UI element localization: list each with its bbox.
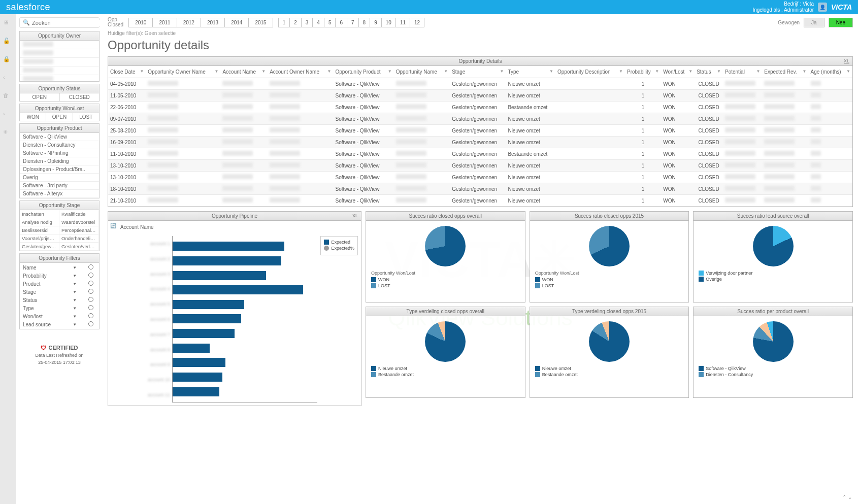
product-item[interactable]: Overig — [20, 174, 99, 182]
column-header[interactable]: Won/Lost ▼ — [661, 66, 695, 78]
month-btn[interactable]: 10 — [382, 18, 396, 27]
stage-cell[interactable]: Analyse nodig — [20, 218, 59, 226]
column-header[interactable]: Stage ▼ — [450, 66, 506, 78]
status-cell[interactable]: OPEN — [20, 93, 60, 101]
forward-icon[interactable]: › — [3, 111, 13, 121]
xl-export[interactable]: XL — [844, 58, 849, 63]
month-btn[interactable]: 7 — [347, 18, 359, 27]
bar[interactable] — [173, 285, 303, 294]
back-icon[interactable]: ‹ — [3, 74, 13, 84]
filter-radio[interactable] — [88, 321, 93, 326]
month-btn[interactable]: 6 — [336, 18, 347, 27]
stage-cell[interactable]: Beslissersid — [20, 226, 59, 234]
month-btn[interactable]: 2 — [290, 18, 302, 27]
list-item[interactable] — [20, 75, 99, 81]
stage-cell[interactable]: Inschatten — [20, 210, 59, 218]
column-header[interactable]: Age (months) ▼ — [809, 66, 852, 78]
table-row[interactable]: 11-05-2010Software - QlikViewGesloten/ge… — [108, 90, 852, 102]
column-header[interactable]: Probability ▼ — [625, 66, 661, 78]
filter-radio[interactable] — [88, 273, 93, 278]
table-row[interactable]: 04-05-2010Software - QlikViewGesloten/ge… — [108, 78, 852, 90]
month-btn[interactable]: 12 — [410, 18, 424, 27]
month-btn[interactable]: 9 — [370, 18, 382, 27]
table-row[interactable]: 11-10-2010Software - QlikViewGesloten/ge… — [108, 148, 852, 160]
product-item[interactable]: Diensten - Opleiding — [20, 157, 99, 165]
year-btn[interactable]: 2013 — [201, 18, 225, 27]
cycle-icon[interactable]: 🔄 — [110, 223, 118, 231]
list-item[interactable] — [20, 58, 99, 66]
table-row[interactable]: 13-10-2010Software - QlikViewGesloten/ge… — [108, 172, 852, 183]
year-btn[interactable]: 2011 — [153, 18, 177, 27]
bar[interactable] — [173, 314, 241, 323]
search-box[interactable]: 🔍 ▼ — [19, 17, 100, 28]
month-btn[interactable]: 4 — [313, 18, 324, 27]
table-row[interactable]: 22-06-2010Software - QlikViewGesloten/ge… — [108, 102, 852, 113]
product-item[interactable]: Diensten - Consultancy — [20, 141, 99, 149]
stage-cell[interactable]: Perceptieanalyse — [59, 226, 99, 234]
product-item[interactable]: Software - QlikView — [20, 133, 99, 141]
table-row[interactable]: 16-09-2010Software - QlikViewGesloten/ge… — [108, 137, 852, 148]
victa-icon[interactable]: ✳ — [3, 129, 13, 139]
stage-cell[interactable]: Gesloten/gewon.. — [20, 243, 59, 251]
column-header[interactable]: Type ▼ — [506, 66, 555, 78]
product-item[interactable]: Oplossingen - Product/Bra.. — [20, 165, 99, 174]
column-header[interactable]: Expected Rev. ▼ — [762, 66, 808, 78]
trash-icon[interactable]: 🗑 — [3, 92, 13, 103]
table-row[interactable]: 13-10-2010Software - QlikViewGesloten/ge… — [108, 160, 852, 172]
column-header[interactable]: Close Date ▼ — [108, 66, 146, 78]
stage-cell[interactable]: Kwalificatie — [59, 210, 99, 218]
month-btn[interactable]: 3 — [302, 18, 313, 27]
bar[interactable] — [173, 387, 219, 396]
bar[interactable] — [173, 271, 266, 280]
wonlost-cell[interactable]: WON — [20, 113, 46, 121]
column-header[interactable]: Opportunity Name ▼ — [394, 66, 450, 78]
column-header[interactable]: Account Owner Name ▼ — [268, 66, 333, 78]
toggle-ja[interactable]: Ja — [804, 18, 824, 27]
stage-cell[interactable]: Onderhandeling... — [59, 234, 99, 243]
product-item[interactable]: Software - Alteryx — [20, 190, 99, 198]
stage-cell[interactable]: Voorstel/prijsoff.. — [20, 234, 59, 243]
bar[interactable] — [173, 358, 225, 367]
bar[interactable] — [173, 256, 281, 265]
column-header[interactable]: Opportunity Product ▼ — [333, 66, 393, 78]
year-btn[interactable]: 2012 — [177, 18, 201, 27]
bar[interactable] — [173, 344, 210, 353]
table-row[interactable]: 21-10-2010Software - QlikViewGesloten/ge… — [108, 195, 852, 207]
monitor-icon[interactable]: 🖥 — [3, 19, 13, 29]
year-btn[interactable]: 2010 — [129, 18, 153, 27]
xl-export[interactable]: XL — [352, 213, 358, 218]
product-item[interactable]: Software - NPrinting — [20, 149, 99, 157]
list-item[interactable] — [20, 41, 99, 49]
filter-radio[interactable] — [88, 264, 93, 270]
wonlost-cell[interactable]: OPEN — [46, 113, 73, 121]
column-header[interactable]: Opportunity Owner Name ▼ — [146, 66, 220, 78]
table-row[interactable]: 18-10-2010Software - QlikViewGesloten/ge… — [108, 183, 852, 195]
month-btn[interactable]: 1 — [279, 18, 290, 27]
lock-icon[interactable]: 🔒 — [3, 56, 13, 66]
month-btn[interactable]: 5 — [324, 18, 336, 27]
search-input[interactable] — [32, 20, 102, 26]
status-cell[interactable]: CLOSED — [60, 93, 100, 101]
year-btn[interactable]: 2014 — [225, 18, 249, 27]
column-header[interactable]: Opportunity Description ▼ — [555, 66, 625, 78]
filter-radio[interactable] — [88, 289, 93, 294]
column-header[interactable]: Status ▼ — [695, 66, 723, 78]
toggle-nee[interactable]: Nee — [829, 18, 853, 27]
bar[interactable] — [173, 300, 244, 309]
list-item[interactable] — [20, 66, 99, 75]
column-header[interactable]: Account Name ▼ — [220, 66, 268, 78]
year-btn[interactable]: 2015 — [249, 18, 272, 27]
list-item[interactable] — [20, 49, 99, 58]
month-btn[interactable]: 8 — [359, 18, 371, 27]
table-row[interactable]: 09-07-2010Software - QlikViewGesloten/ge… — [108, 113, 852, 125]
product-item[interactable]: Software - 3rd party — [20, 182, 99, 190]
filter-radio[interactable] — [88, 281, 93, 286]
filter-radio[interactable] — [88, 313, 93, 318]
stage-cell[interactable]: Waardevoorstel — [59, 218, 99, 226]
unlock-icon[interactable]: 🔓 — [3, 38, 13, 48]
bar[interactable] — [173, 242, 284, 251]
bar[interactable] — [173, 373, 222, 382]
filter-radio[interactable] — [88, 297, 93, 302]
wonlost-cell[interactable]: LOST — [73, 113, 99, 121]
expand-icon[interactable]: ⌃ ⌄ — [842, 494, 852, 500]
